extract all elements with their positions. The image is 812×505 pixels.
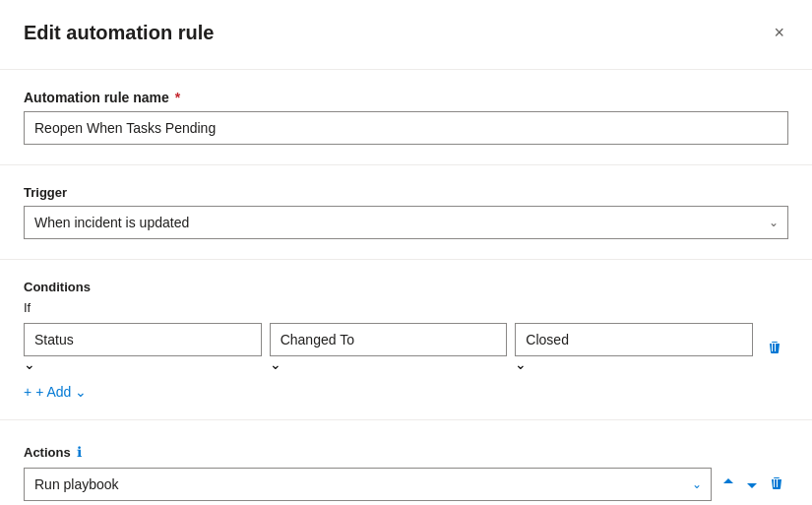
condition-operator-chevron-icon: ⌄ bbox=[270, 356, 281, 372]
add-icon: + bbox=[24, 384, 31, 400]
condition-value-dropdown[interactable]: Closed Active New bbox=[515, 323, 753, 356]
add-chevron-icon: ⌄ bbox=[75, 384, 87, 400]
delete-action-button[interactable] bbox=[765, 472, 788, 498]
condition-value-chevron-icon: ⌄ bbox=[515, 356, 527, 372]
move-up-button[interactable] bbox=[718, 473, 739, 497]
actions-label: Actions bbox=[24, 445, 71, 460]
condition-row: Status Severity Owner ⌄ Changed To Equal… bbox=[24, 323, 788, 372]
trash-icon bbox=[767, 340, 782, 355]
condition-value-wrapper: Closed Active New ⌄ bbox=[515, 323, 753, 372]
action-trash-icon bbox=[769, 475, 784, 491]
dialog-header: Edit automation rule × bbox=[24, 20, 788, 45]
info-icon[interactable]: ℹ bbox=[77, 444, 82, 460]
section-divider-1 bbox=[0, 164, 812, 165]
actions-section: Actions ℹ Run playbook Change status Add… bbox=[24, 444, 788, 505]
section-divider-2 bbox=[0, 259, 812, 260]
edit-automation-rule-dialog: Edit automation rule × Automation rule n… bbox=[0, 0, 812, 505]
condition-field-chevron-icon: ⌄ bbox=[24, 356, 35, 372]
action-type-row: Run playbook Change status Add tag ⌄ bbox=[24, 468, 788, 501]
conditions-section: Conditions If Status Severity Owner ⌄ Ch… bbox=[24, 280, 788, 404]
condition-operator-dropdown[interactable]: Changed To Equals Contains bbox=[270, 323, 508, 356]
condition-field-wrapper: Status Severity Owner ⌄ bbox=[24, 323, 262, 372]
trigger-section: Trigger When incident is updated When in… bbox=[24, 185, 788, 239]
rule-name-section: Automation rule name * bbox=[24, 90, 788, 145]
condition-operator-wrapper: Changed To Equals Contains ⌄ bbox=[270, 323, 508, 372]
add-label: + Add bbox=[35, 384, 71, 400]
action-type-wrapper: Run playbook Change status Add tag ⌄ bbox=[24, 468, 712, 501]
move-down-button[interactable] bbox=[741, 473, 763, 497]
delete-condition-button[interactable] bbox=[761, 336, 788, 359]
action-reorder-buttons bbox=[718, 472, 788, 498]
dialog-title: Edit automation rule bbox=[24, 22, 214, 44]
add-condition-button[interactable]: + + Add ⌄ bbox=[24, 380, 87, 404]
header-divider bbox=[0, 69, 812, 70]
rule-name-label: Automation rule name * bbox=[24, 90, 788, 105]
if-label: If bbox=[24, 300, 788, 315]
actions-header: Actions ℹ bbox=[24, 444, 788, 460]
action-type-dropdown[interactable]: Run playbook Change status Add tag bbox=[24, 468, 712, 501]
close-button[interactable]: × bbox=[770, 20, 788, 45]
rule-name-input[interactable] bbox=[24, 111, 788, 145]
down-arrow-icon bbox=[745, 476, 759, 490]
trigger-label: Trigger bbox=[24, 185, 788, 200]
section-divider-3 bbox=[0, 419, 812, 420]
condition-field-dropdown[interactable]: Status Severity Owner bbox=[24, 323, 262, 356]
trigger-dropdown[interactable]: When incident is updated When incident i… bbox=[24, 206, 788, 239]
required-star: * bbox=[171, 90, 180, 105]
trigger-dropdown-wrapper: When incident is updated When incident i… bbox=[24, 206, 788, 239]
up-arrow-icon bbox=[721, 476, 735, 490]
conditions-label: Conditions bbox=[24, 280, 788, 294]
